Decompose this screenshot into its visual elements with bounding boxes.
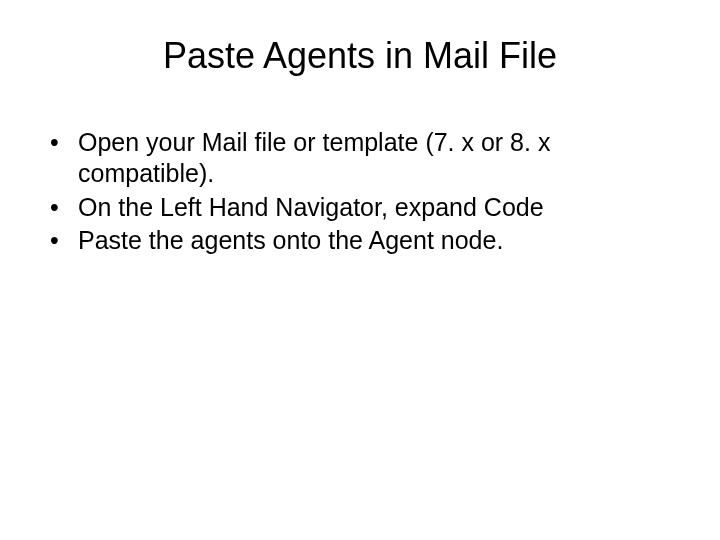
slide-title: Paste Agents in Mail File [40, 35, 680, 77]
list-item: On the Left Hand Navigator, expand Code [50, 192, 680, 223]
list-item: Paste the agents onto the Agent node. [50, 225, 680, 256]
bullet-list: Open your Mail file or template (7. x or… [40, 127, 680, 256]
list-item: Open your Mail file or template (7. x or… [50, 127, 680, 190]
